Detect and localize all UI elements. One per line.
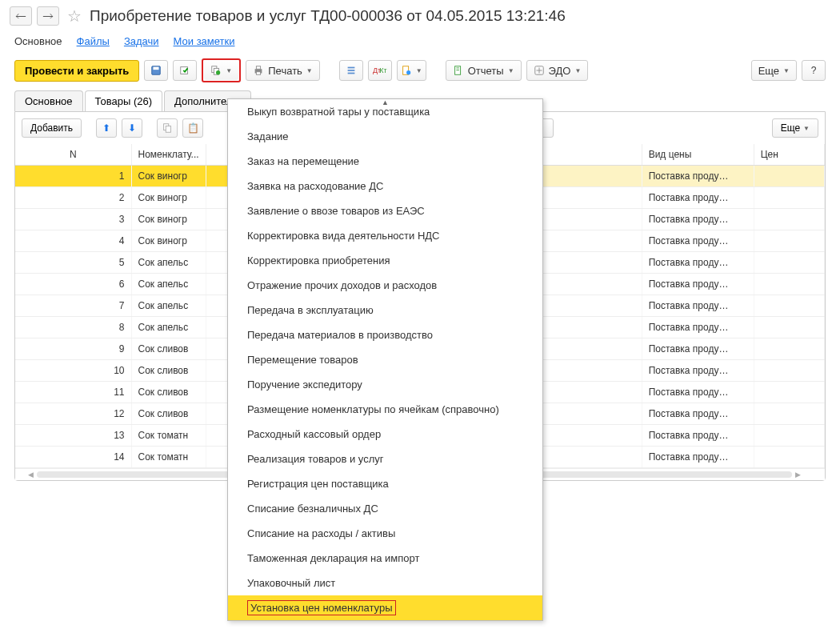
paste-button[interactable]: 📋 [182,118,203,138]
col-price-type[interactable]: Вид цены [642,144,754,166]
favorite-star-icon[interactable]: ☆ [67,6,82,26]
dtkt-button[interactable]: ДтКт [368,60,392,81]
chevron-down-icon: ▼ [508,67,514,74]
nav-back-button[interactable]: 🡐 [10,6,32,26]
cell-name: Сок виногр [131,166,206,187]
chevron-down-icon: ▼ [783,67,790,74]
menu-item[interactable]: Расходный кассовый ордер [228,422,542,447]
tab-goods[interactable]: Товары (26) [85,90,162,111]
svg-rect-8 [257,72,261,75]
more-button[interactable]: Еще▼ [751,60,797,81]
menu-item[interactable]: Реализация товаров и услуг [228,447,542,471]
menu-item[interactable]: Заказ на перемещение [228,149,542,174]
svg-rect-16 [456,70,459,70]
cell-name: Сок томатн [131,425,206,447]
nav-tasks[interactable]: Задачи [124,35,159,47]
move-down-button[interactable]: ⬇ [122,118,142,138]
menu-item[interactable]: Корректировка приобретения [228,248,542,273]
move-up-button[interactable]: ⬆ [96,118,117,138]
cell-name: Сок апельс [131,274,206,295]
cell-n: 14 [15,447,131,468]
print-label: Печать [268,65,302,77]
svg-rect-7 [257,66,261,70]
menu-item[interactable]: Отражение прочих доходов и расходов [228,273,542,298]
menu-item[interactable]: Списание на расходы / активы [228,521,542,546]
svg-point-13 [406,70,410,74]
menu-item[interactable]: Поручение экспедитору [228,372,542,397]
menu-item[interactable]: Передача материалов в производство [228,323,542,347]
menu-item[interactable]: Заявка на расходование ДС [228,174,542,198]
cell-name: Сок апельс [131,317,206,339]
cell-n: 11 [15,382,131,403]
cell-price-type: Поставка проду… [642,295,754,317]
cell-n: 2 [15,187,131,209]
cell-n: 10 [15,360,131,382]
cell-name: Сок апельс [131,295,206,317]
cell-price-type: Поставка проду… [642,230,754,252]
cell-name: Сок виногр [131,209,206,230]
print-button[interactable]: Печать ▼ [246,60,320,81]
structure-button[interactable] [339,60,363,81]
save-button[interactable] [144,60,168,81]
nav-files[interactable]: Файлы [77,35,110,47]
cell-name: Сок апельс [131,252,206,274]
cell-n: 7 [15,295,131,317]
reports-button[interactable]: Отчеты ▼ [446,60,522,81]
svg-rect-1 [154,67,159,70]
cell-price-type: Поставка проду… [642,339,754,360]
attach-button[interactable]: ▼ [397,60,426,81]
more-label: Еще [758,65,779,77]
edo-button[interactable]: ЭДО ▼ [526,60,589,81]
cell-price-type: Поставка проду… [642,403,754,425]
post-button[interactable] [173,60,197,81]
menu-item[interactable]: Заявление о ввозе товаров из ЕАЭС [228,198,542,223]
cell-n: 13 [15,425,131,447]
reports-label: Отчеты [468,65,504,77]
menu-item[interactable]: Корректировка вида деятельности НДС [228,223,542,248]
table-more-button[interactable]: Еще ▼ [772,118,818,138]
menu-item[interactable]: Передача в эксплуатацию [228,298,542,323]
menu-item[interactable]: Регистрация цен поставщика [228,471,542,496]
menu-item[interactable]: Установка цен номенклатуры [228,595,542,620]
cell-n: 5 [15,252,131,274]
cell-name: Сок сливов [131,403,206,425]
create-based-on-button[interactable]: ▼ [204,61,238,80]
cell-name: Сок сливов [131,382,206,403]
cell-n: 3 [15,209,131,230]
cell-n: 4 [15,230,131,252]
menu-item[interactable]: Упаковочный лист [228,571,542,595]
nav-notes[interactable]: Мои заметки [174,35,235,47]
menu-item[interactable]: Таможенная декларация на импорт [228,546,542,571]
chevron-down-icon: ▼ [574,67,581,74]
cell-price-type: Поставка проду… [642,447,754,468]
menu-item[interactable]: Размещение номенклатуры по ячейкам (спра… [228,397,542,422]
svg-rect-11 [347,73,354,74]
cell-price-type: Поставка проду… [642,252,754,274]
cell-price-type: Поставка проду… [642,209,754,230]
post-and-close-button[interactable]: Провести и закрыть [14,60,139,82]
scroll-up-arrow-icon[interactable]: ▲ [379,98,391,106]
nav-main[interactable]: Основное [14,35,62,47]
menu-item[interactable]: Перемещение товаров [228,347,542,372]
edo-label: ЭДО [549,65,571,77]
tab-main[interactable]: Основное [14,90,83,111]
section-nav: Основное Файлы Задачи Мои заметки [0,32,840,55]
copy-button[interactable] [157,118,178,138]
svg-rect-9 [347,67,354,69]
col-name[interactable]: Номенклату... [131,144,206,166]
help-button[interactable]: ? [802,60,826,81]
menu-item[interactable]: Задание [228,124,542,149]
table-more-label: Еще [781,122,800,134]
col-n[interactable]: N [15,144,131,166]
cell-name: Сок томатн [131,447,206,468]
cell-n: 1 [15,166,131,187]
chevron-down-icon: ▼ [306,67,313,74]
cell-n: 8 [15,317,131,339]
nav-forward-button[interactable]: 🡒 [37,6,59,26]
cell-price-type: Поставка проду… [642,382,754,403]
cell-name: Сок виногр [131,187,206,209]
col-price[interactable]: Цен [754,144,824,166]
menu-item[interactable]: Списание безналичных ДС [228,496,542,521]
create-based-on-menu: ▲ Выкуп возвратной тары у поставщикаЗада… [227,98,543,621]
add-button[interactable]: Добавить [22,118,82,138]
